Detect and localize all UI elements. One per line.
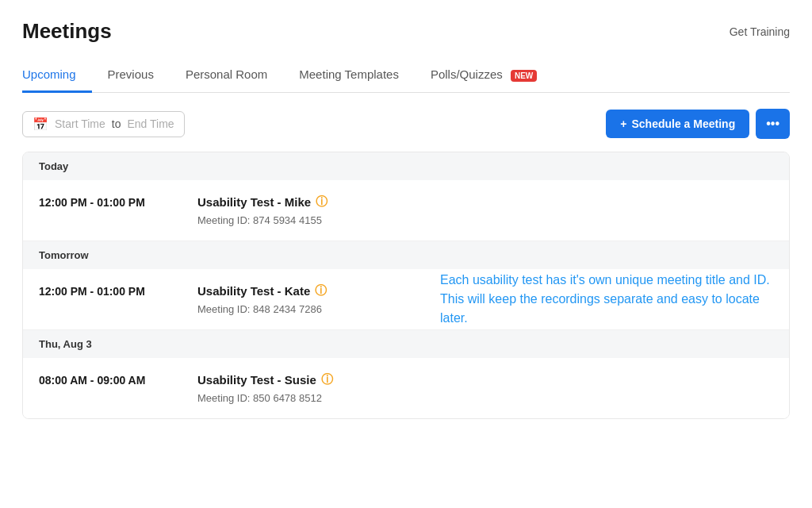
info-icon: ⓘ xyxy=(321,372,333,387)
more-dots-icon: ••• xyxy=(766,117,779,131)
meeting-title: Usability Test - Mike ⓘ xyxy=(197,194,773,210)
to-label: to xyxy=(112,117,121,130)
tabs-nav: Upcoming Previous Personal Room Meeting … xyxy=(22,60,790,93)
meeting-title: Usability Test - Susie ⓘ xyxy=(197,372,773,387)
day-header-today: Today xyxy=(23,152,789,180)
new-badge: NEW xyxy=(511,70,537,82)
day-header-tomorrow: Tomorrow xyxy=(23,241,789,269)
meetings-list: Today 12:00 PM - 01:00 PM Usability Test… xyxy=(22,152,790,419)
calendar-icon: 📅 xyxy=(33,117,48,132)
start-time-placeholder: Start Time xyxy=(55,117,105,130)
tab-personal-room[interactable]: Personal Room xyxy=(170,60,283,93)
day-header-thu: Thu, Aug 3 xyxy=(23,330,789,358)
schedule-label: Schedule a Meeting xyxy=(631,117,735,130)
toolbar-right: + Schedule a Meeting ••• xyxy=(606,109,790,139)
meeting-time: 12:00 PM - 01:00 PM xyxy=(39,283,197,298)
info-icon: ⓘ xyxy=(315,283,327,298)
meeting-time: 12:00 PM - 01:00 PM xyxy=(39,194,197,209)
meeting-row: 12:00 PM - 01:00 PM Usability Test - Mik… xyxy=(23,180,789,241)
tab-upcoming[interactable]: Upcoming xyxy=(22,60,92,93)
end-time-placeholder: End Time xyxy=(127,117,174,130)
plus-icon: + xyxy=(620,117,626,130)
info-icon: ⓘ xyxy=(316,194,327,210)
meeting-info: Usability Test - Susie ⓘ Meeting ID: 850… xyxy=(197,372,773,404)
meeting-row: 08:00 AM - 09:00 AM Usability Test - Sus… xyxy=(23,358,789,418)
meeting-id: Meeting ID: 874 5934 4155 xyxy=(197,214,773,226)
meeting-time: 08:00 AM - 09:00 AM xyxy=(39,372,197,387)
page-title: Meetings xyxy=(22,19,112,44)
meeting-id: Meeting ID: 850 6478 8512 xyxy=(197,392,773,404)
tab-meeting-templates[interactable]: Meeting Templates xyxy=(283,60,415,93)
get-training-link[interactable]: Get Training xyxy=(730,25,790,38)
meeting-tooltip: Each usability test has it's own unique … xyxy=(440,271,773,328)
meeting-info: Usability Test - Mike ⓘ Meeting ID: 874 … xyxy=(197,194,773,226)
time-filter[interactable]: 📅 Start Time to End Time xyxy=(22,111,185,137)
more-options-button[interactable]: ••• xyxy=(756,109,790,139)
page-header: Meetings Get Training xyxy=(22,19,790,44)
tab-previous[interactable]: Previous xyxy=(92,60,170,93)
schedule-meeting-button[interactable]: + Schedule a Meeting xyxy=(606,110,749,138)
tab-polls-quizzes[interactable]: Polls/Quizzes NEW xyxy=(415,60,553,93)
meeting-row: 12:00 PM - 01:00 PM Usability Test - Kat… xyxy=(23,269,789,330)
toolbar: 📅 Start Time to End Time + Schedule a Me… xyxy=(22,109,790,139)
